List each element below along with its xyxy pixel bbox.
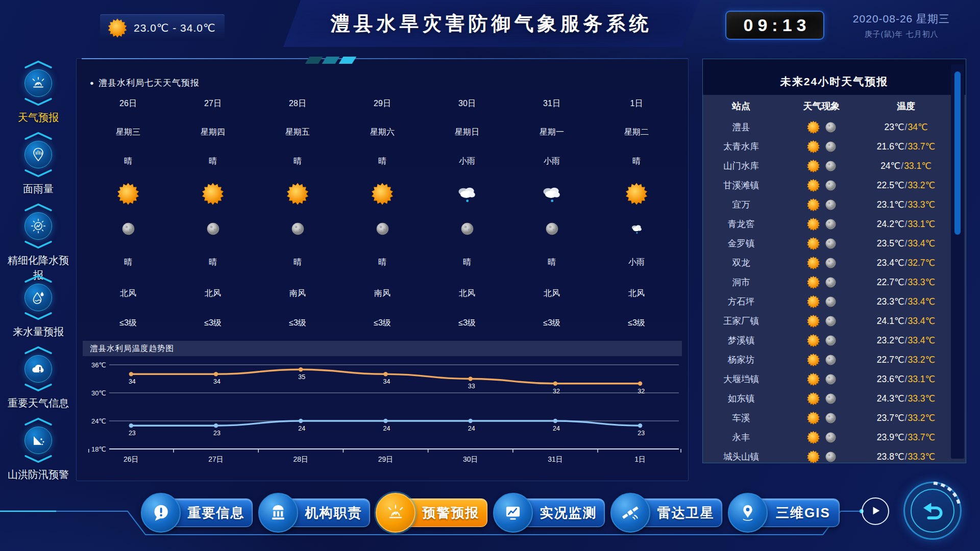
forecast-weekday: 星期四 (170, 118, 255, 146)
station-temperature: 23.4℃/32.7℃ (864, 258, 948, 268)
rain-icon (509, 176, 594, 212)
station-row: 青龙窖 24.2℃/33.1℃ (703, 214, 948, 234)
forecast-wind-direction: 北风 (425, 279, 509, 308)
moon-icon (825, 296, 837, 308)
sun-icon (806, 198, 820, 212)
station-name: 山门水库 (703, 160, 779, 172)
station-weather-icons (779, 159, 864, 173)
chevron-up-icon (22, 417, 54, 425)
sun-icon (806, 411, 820, 425)
bottom-nav-button[interactable]: 实况监测 (493, 493, 605, 533)
sun-rain-icon (30, 218, 46, 234)
station-name: 杨家坊 (703, 354, 779, 366)
sidebar-item[interactable]: 精细化降水预报 (0, 203, 77, 270)
station-name: 车溪 (703, 412, 779, 424)
sun-icon (594, 176, 679, 212)
col-station: 站点 (703, 100, 779, 112)
sidebar-item[interactable]: 来水量预报 (0, 274, 77, 342)
chevron-up-icon (22, 132, 54, 140)
forecast-wind-direction: 北风 (86, 279, 170, 308)
sidebar-item[interactable]: 山洪防汛预警 (0, 417, 77, 485)
svg-text:26日: 26日 (124, 455, 138, 463)
forecast-wind-level: ≤3级 (170, 308, 255, 338)
svg-text:24: 24 (383, 425, 390, 432)
moon-icon (825, 141, 837, 153)
col-temperature: 温度 (864, 100, 948, 112)
forecast-weekday: 星期一 (509, 118, 594, 146)
date-block: 2020-08-26 星期三 庚子(鼠)年 七月初八 (831, 12, 972, 39)
forecast-wind-level: ≤3级 (594, 308, 679, 338)
play-button[interactable] (862, 497, 889, 525)
seven-day-forecast-grid: 26日 星期三 晴 晴 北风 ≤3级 27日 星期四 晴 晴 北风 ≤3级 (86, 89, 679, 338)
header-title-band: 澧县水旱灾害防御气象服务系统 (283, 0, 699, 47)
bottom-nav-button[interactable]: 预警预报 (376, 493, 487, 533)
hourly-table-header: 站点 天气现象 温度 (703, 95, 966, 117)
chevron-down-icon (22, 455, 54, 463)
forecast-day-column: 1日 星期二 晴 小雨 北风 ≤3级 (594, 89, 679, 338)
forecast-day-weather: 小雨 (509, 146, 594, 176)
bottom-nav-button[interactable]: 雷达卫星 (610, 493, 722, 533)
chevron-up-icon (22, 203, 54, 211)
chevron-down-icon (22, 169, 54, 178)
sidebar-item[interactable]: 面雨量 (0, 132, 77, 199)
sun-icon (806, 372, 820, 386)
bottom-nav-button[interactable]: 三维GIS (728, 493, 840, 533)
landslide-icon (30, 432, 46, 448)
moon-icon (825, 218, 837, 230)
station-row: 山门水库 24℃/33.1℃ (703, 156, 948, 176)
chevron-down-icon (22, 384, 54, 392)
station-weather-icons (779, 140, 864, 154)
station-name: 城头山镇 (703, 450, 779, 463)
svg-text:23: 23 (638, 430, 645, 437)
sidebar-item[interactable]: 重要天气信息 (0, 346, 77, 413)
svg-text:30℃: 30℃ (91, 389, 106, 397)
svg-text:24: 24 (468, 425, 475, 432)
chevron-down-icon (22, 312, 54, 320)
station-weather-icons (779, 217, 864, 231)
station-weather-icons (779, 450, 864, 464)
station-name: 青龙窖 (703, 218, 779, 230)
station-name: 金罗镇 (703, 237, 779, 249)
sidebar-item-label: 面雨量 (5, 182, 72, 196)
station-list: 澧县 23℃/34℃ 太青水库 21.6℃/33.7℃ (703, 117, 948, 463)
station-weather-icons (779, 411, 864, 425)
station-name: 王家厂镇 (703, 315, 779, 327)
moon-icon (825, 354, 837, 366)
station-name: 大堰垱镇 (703, 373, 779, 385)
station-temperature: 21.6℃/33.7℃ (864, 141, 948, 152)
bottom-nav-button[interactable]: 重要信息 (141, 493, 253, 533)
forecast-weekday: 星期五 (255, 118, 340, 146)
svg-text:27日: 27日 (208, 455, 223, 463)
scrollbar-thumb[interactable] (954, 71, 961, 235)
station-weather-icons (779, 372, 864, 386)
station-row: 澧县 23℃/34℃ (703, 117, 948, 137)
chart-title: 澧县水利局温度趋势图 (83, 341, 682, 356)
station-row: 梦溪镇 23.2℃/33.4℃ (703, 331, 948, 350)
back-button[interactable] (903, 482, 962, 540)
institution-icon (258, 493, 298, 533)
forecast-wind-level: ≤3级 (425, 308, 509, 338)
rain-icon (594, 212, 679, 245)
svg-text:30日: 30日 (463, 455, 478, 463)
station-name: 澧县 (703, 121, 779, 133)
bottom-nav-label: 重要信息 (188, 504, 245, 522)
forecast-day-weather: 晴 (340, 146, 425, 176)
water-drop-icon (30, 289, 46, 306)
temperature-trend-section: 澧县水利局温度趋势图 36℃30℃24℃18℃26日27日28日29日30日31… (83, 341, 682, 482)
station-temperature: 24℃/33.1℃ (864, 161, 948, 171)
sun-icon (806, 120, 820, 134)
bottom-nav-label: 预警预报 (423, 504, 480, 522)
moon-icon (825, 373, 837, 385)
bottom-nav-button[interactable]: 机构职责 (258, 493, 370, 533)
station-temperature: 23.7℃/33.2℃ (864, 413, 948, 423)
forecast-wind-direction: 北风 (170, 279, 255, 308)
sidebar-item[interactable]: 天气预报 (0, 60, 77, 128)
station-weather-icons (779, 295, 864, 309)
svg-text:1日: 1日 (634, 455, 646, 463)
forecast-day-weather: 晴 (255, 146, 340, 176)
weather-dashboard: 23.0℃ - 34.0℃ 澧县水旱灾害防御气象服务系统 09:13 2020-… (0, 0, 980, 551)
forecast-night-weather: 晴 (425, 245, 509, 279)
sun-icon (806, 431, 820, 444)
header-temp-range: 23.0℃ - 34.0℃ (100, 14, 225, 41)
sun-icon (806, 237, 820, 251)
